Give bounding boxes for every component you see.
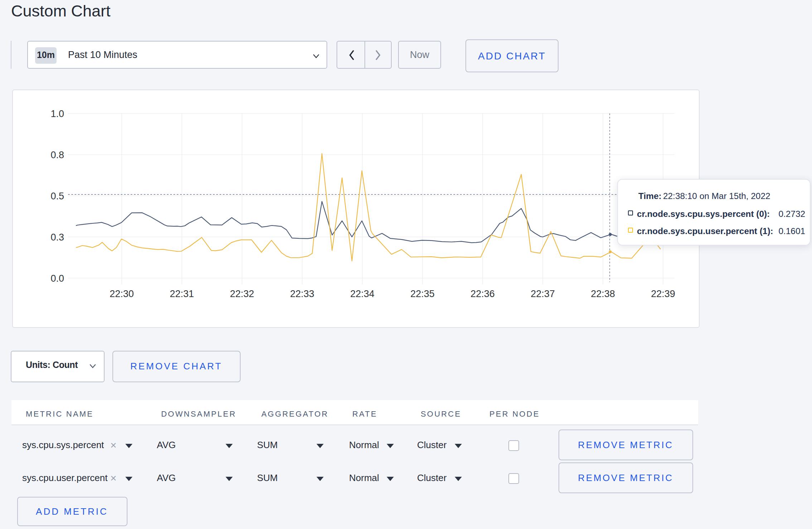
svg-text:1.0: 1.0 [50, 108, 64, 119]
svg-text:22:30: 22:30 [110, 288, 134, 299]
svg-text:22:35: 22:35 [410, 288, 435, 299]
svg-text:22:33: 22:33 [290, 288, 314, 299]
svg-text:0.0: 0.0 [50, 273, 64, 284]
svg-text:22:36: 22:36 [470, 288, 495, 299]
svg-text:22:38: 22:38 [591, 288, 615, 299]
svg-text:22:37: 22:37 [531, 288, 555, 299]
svg-text:22:39: 22:39 [651, 288, 675, 299]
svg-text:0.8: 0.8 [50, 150, 64, 160]
svg-text:22:32: 22:32 [230, 288, 254, 299]
svg-text:22:34: 22:34 [350, 288, 374, 299]
svg-text:0.5: 0.5 [50, 191, 64, 202]
svg-text:0.3: 0.3 [50, 232, 64, 243]
svg-text:22:31: 22:31 [170, 288, 194, 299]
